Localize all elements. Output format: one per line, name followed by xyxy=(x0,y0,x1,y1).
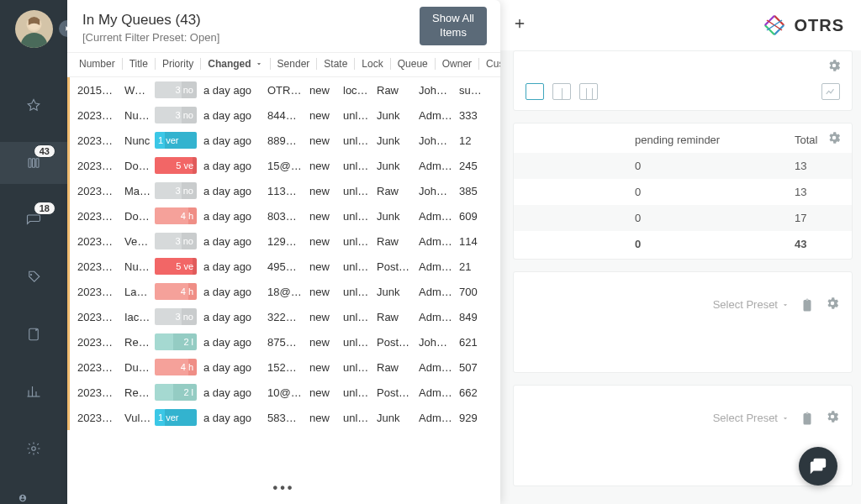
gear-icon[interactable] xyxy=(825,409,840,427)
ticket-row[interactable]: 20150… Welco 3 no a day ago OTRS Fe new … xyxy=(67,77,500,102)
cell-sender: 875@slo xyxy=(264,336,306,349)
preset-select[interactable]: Select Preset xyxy=(713,298,790,311)
col-queue[interactable]: Queue xyxy=(391,58,436,70)
stats-row[interactable]: 0 13 xyxy=(514,153,852,179)
ticket-row[interactable]: 20230… Re: Co 2 l a day ago 10@com new u… xyxy=(67,380,500,405)
stats-row[interactable]: 0 43 xyxy=(514,231,852,257)
cell-owner: John Sn xyxy=(415,84,456,97)
cell-state: new xyxy=(306,336,340,349)
cell-number: 20150… xyxy=(74,84,121,97)
clipboard-icon[interactable] xyxy=(800,411,815,426)
cell-priority: 5 ve xyxy=(155,157,197,174)
preset-select[interactable]: Select Preset xyxy=(713,412,790,424)
chevron-down-icon xyxy=(781,414,790,423)
ticket-row[interactable]: 20230… Donec 4 h a day ago 803@slo new u… xyxy=(67,203,500,228)
cell-queue: Junk xyxy=(373,210,415,223)
cell-number: 20230… xyxy=(74,311,121,323)
cell-changed: a day ago xyxy=(200,185,264,197)
ticket-row[interactable]: 20230… Iaculis 3 no a day ago 322@cor ne… xyxy=(67,304,500,329)
stats-row[interactable]: 0 13 xyxy=(514,179,852,205)
cell-changed: a day ago xyxy=(200,311,264,323)
show-all-button[interactable]: Show All Items xyxy=(420,7,487,45)
view-single-icon[interactable] xyxy=(526,83,544,100)
cell-priority: 3 no xyxy=(155,182,197,199)
stats-card: pending reminder Total 0 13 0 13 0 17 0 … xyxy=(513,123,853,260)
cell-state: new xyxy=(306,185,340,197)
cell-customer: 849 xyxy=(456,311,489,323)
cell-lock: unl… xyxy=(340,235,373,248)
cell-owner: Admin O xyxy=(415,361,456,374)
cell-lock: loc… xyxy=(340,84,373,97)
col-changed[interactable]: Changed xyxy=(201,58,270,70)
cell-title: Vestib xyxy=(121,235,155,248)
cell-title: Vulpu xyxy=(121,412,155,424)
ticket-row[interactable]: 20230… Donec 5 ve a day ago 15@com new u… xyxy=(67,153,500,178)
cell-state: new xyxy=(306,84,340,97)
cell-queue: Junk xyxy=(373,412,415,424)
ticket-row[interactable]: 20230… Nullar 5 ve a day ago 495@exa new… xyxy=(67,254,500,279)
ticket-row[interactable]: 20230… Re: Co 2 l a day ago 875@slo new … xyxy=(67,329,500,354)
nav-chart[interactable] xyxy=(0,370,67,412)
cell-number: 20230… xyxy=(74,361,121,374)
col-sender[interactable]: Sender xyxy=(271,58,318,70)
view-two-col-icon[interactable] xyxy=(552,83,571,100)
cell-changed: a day ago xyxy=(200,109,264,122)
col-owner[interactable]: Owner xyxy=(436,58,479,70)
cell-number: 20230… xyxy=(74,109,121,122)
ticket-row[interactable]: 20230… Mauris 3 no a day ago 113@exa new… xyxy=(67,178,500,203)
add-icon[interactable] xyxy=(513,17,526,34)
cell-lock: unl… xyxy=(340,336,373,349)
ticket-row[interactable]: 20230… Laoree 4 h a day ago 18@exar new … xyxy=(67,279,500,304)
nav-queues[interactable]: 43 xyxy=(0,142,67,184)
nav-tag[interactable] xyxy=(0,256,67,298)
ticket-row[interactable]: 20230… Vestib 3 no a day ago 129@cor new… xyxy=(67,228,500,254)
clipboard-icon[interactable] xyxy=(800,297,815,312)
svg-point-9 xyxy=(32,447,36,451)
nav-settings[interactable] xyxy=(0,428,67,470)
col-title[interactable]: Title xyxy=(123,58,156,70)
cell-customer: 245 xyxy=(456,160,489,172)
cell-customer: 929 xyxy=(456,412,489,424)
col-number[interactable]: Number xyxy=(76,58,123,70)
avatar[interactable] xyxy=(15,10,53,48)
col-lock[interactable]: Lock xyxy=(355,58,390,70)
cell-title: Nunc xyxy=(121,134,155,147)
nav-watched[interactable]: 18 xyxy=(0,199,67,241)
cell-owner: Admin O xyxy=(415,210,456,223)
ticket-row[interactable]: 20230… Duis a 4 h a day ago 152@cor new … xyxy=(67,354,500,380)
nav-note[interactable] xyxy=(0,313,67,355)
cell-title: Donec xyxy=(121,160,155,172)
more-icon[interactable]: ⋯ xyxy=(831,499,849,504)
nav-rocket[interactable] xyxy=(0,85,67,127)
cell-owner: Admin O xyxy=(415,311,456,323)
cell-lock: unl… xyxy=(340,286,373,298)
gear-icon[interactable] xyxy=(827,58,842,76)
svg-rect-5 xyxy=(33,159,35,168)
stats-row[interactable]: 0 17 xyxy=(514,205,852,231)
cell-title: Iaculis xyxy=(121,311,155,323)
load-more[interactable]: ••• xyxy=(67,472,500,504)
cell-customer: 12 xyxy=(456,134,489,147)
col-priority[interactable]: Priority xyxy=(156,58,201,70)
ticket-row[interactable]: 20230… Vulpu 1 ver a day ago 583@slo new… xyxy=(67,405,500,430)
cell-state: new xyxy=(306,311,340,323)
cell-owner: John Sn xyxy=(415,185,456,197)
ticket-row[interactable]: 20230… Nunc 1 ver a day ago 889@slo new … xyxy=(67,128,500,153)
stats-pending: 0 xyxy=(635,186,795,198)
gear-icon[interactable] xyxy=(827,130,842,149)
svg-rect-6 xyxy=(36,159,39,168)
cell-sender: 113@exa xyxy=(264,185,306,197)
cell-lock: unl… xyxy=(340,311,373,323)
col-state[interactable]: State xyxy=(317,58,355,70)
cell-priority: 1 ver xyxy=(155,409,197,426)
column-headers: Number Title Priority Changed Sender Sta… xyxy=(67,52,500,77)
view-three-col-icon[interactable] xyxy=(579,83,598,100)
view-chart-icon[interactable] xyxy=(821,83,840,100)
chat-fab[interactable] xyxy=(799,447,837,486)
ticket-row[interactable]: 20230… Nullar 3 no a day ago 844@fas new… xyxy=(67,102,500,128)
cell-priority: 1 ver xyxy=(155,132,197,149)
col-customer[interactable]: Customer xyxy=(479,58,500,70)
cell-sender: OTRS Fe xyxy=(264,84,306,97)
gear-icon[interactable] xyxy=(825,296,840,313)
cell-owner: Admin O xyxy=(415,160,456,172)
